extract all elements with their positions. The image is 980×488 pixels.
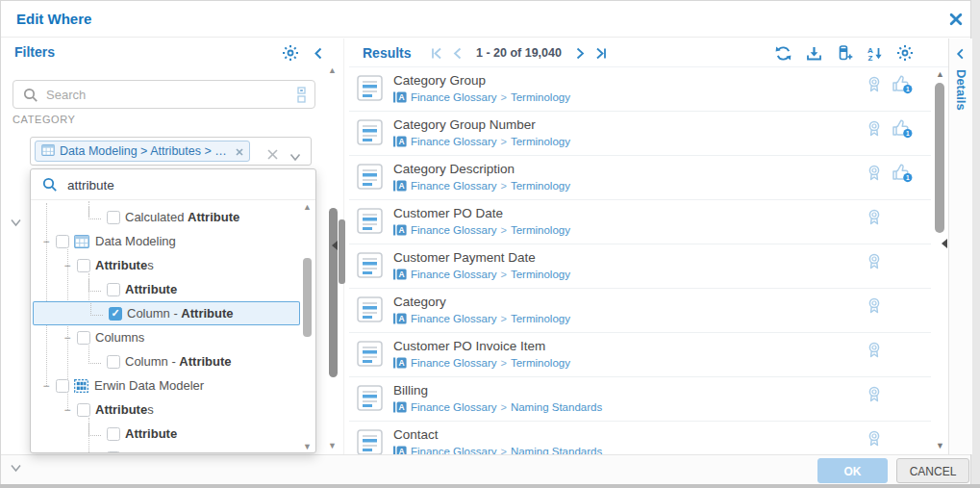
breadcrumb-link[interactable]: Finance Glossary	[411, 269, 496, 280]
likes-thumbs-up-icon[interactable]: 1	[892, 119, 914, 142]
filters-scrollbar-thumb[interactable]	[329, 208, 338, 377]
result-title[interactable]: Customer PO Date	[393, 206, 503, 220]
result-title[interactable]: Customer PO Invoice Item	[393, 339, 545, 353]
breadcrumb-link[interactable]: Finance Glossary	[411, 136, 496, 147]
remove-tag-icon[interactable]	[236, 142, 243, 160]
checkbox-checked[interactable]	[109, 307, 122, 321]
filters-search-input[interactable]	[46, 84, 277, 105]
filters-collapse-chevron-icon[interactable]	[313, 46, 325, 64]
tree-item[interactable]: Attribute	[31, 277, 300, 301]
tree-item[interactable]: Column - Attribute	[33, 301, 300, 325]
breadcrumb-link[interactable]: Naming Standards	[511, 446, 602, 454]
breadcrumb-link[interactable]: Finance Glossary	[411, 357, 496, 369]
result-title[interactable]: Category Description	[393, 162, 515, 176]
result-title[interactable]: Billing	[393, 383, 428, 398]
results-scrollbar-thumb[interactable]	[935, 83, 944, 233]
section-chevron-down-icon[interactable]	[10, 214, 22, 231]
result-title[interactable]: Customer Payment Date	[393, 250, 536, 265]
result-title[interactable]: Contact	[393, 427, 439, 442]
breadcrumb-link[interactable]: Finance Glossary	[411, 313, 496, 324]
breadcrumb-link[interactable]: Terminology	[511, 313, 570, 324]
previous-page-icon[interactable]	[452, 47, 465, 60]
collapse-left-triangle-icon[interactable]	[332, 241, 338, 250]
result-row[interactable]: Category DescriptionAFinance Glossary>Te…	[349, 156, 931, 200]
details-tab-label[interactable]: Details	[954, 69, 968, 111]
scroll-up-arrow-icon[interactable]: ▲	[303, 202, 312, 212]
checkbox-unchecked[interactable]	[107, 283, 120, 296]
tree-item[interactable]: Attributes	[31, 253, 300, 277]
ok-button[interactable]: OK	[817, 458, 888, 483]
checkbox-unchecked[interactable]	[107, 451, 120, 453]
result-row[interactable]: CategoryAFinance Glossary>Terminology	[349, 289, 931, 333]
scroll-down-arrow-icon[interactable]: ▼	[303, 442, 312, 451]
breadcrumb-link[interactable]: Finance Glossary	[411, 401, 496, 413]
result-row[interactable]: ContactAFinance Glossary>Naming Standard…	[349, 422, 931, 454]
scroll-down-arrow-icon[interactable]: ▼	[936, 441, 944, 450]
collapse-minus-icon[interactable]	[40, 235, 52, 248]
checkbox-unchecked[interactable]	[56, 235, 69, 248]
breadcrumb-link[interactable]: Terminology	[511, 180, 570, 192]
last-page-icon[interactable]	[594, 47, 607, 60]
result-row[interactable]: Category GroupAFinance Glossary>Terminol…	[349, 67, 931, 112]
dropdown-search-input[interactable]	[67, 173, 289, 196]
clear-selection-icon[interactable]	[267, 146, 278, 164]
section-chevron-down-icon[interactable]	[10, 459, 22, 476]
checkbox-unchecked[interactable]	[77, 259, 90, 272]
breadcrumb-link[interactable]: Terminology	[511, 269, 570, 280]
collapse-minus-icon[interactable]	[40, 379, 52, 393]
likes-thumbs-up-icon[interactable]: 1	[892, 75, 914, 98]
result-row[interactable]: Customer PO Invoice ItemAFinance Glossar…	[349, 333, 931, 377]
scroll-up-arrow-icon[interactable]: ▲	[328, 65, 337, 75]
likes-thumbs-up-icon[interactable]: 1	[892, 164, 914, 187]
sort-az-icon[interactable]: AZ	[867, 45, 883, 62]
download-icon[interactable]	[806, 45, 822, 62]
tree-item[interactable]: Column - Attribute	[31, 349, 300, 373]
result-row[interactable]: Customer Payment DateAFinance Glossary>T…	[349, 244, 931, 289]
panel-splitter-handle[interactable]	[339, 219, 345, 284]
breadcrumb-link[interactable]: Terminology	[511, 91, 570, 103]
breadcrumb-link[interactable]: Terminology	[511, 136, 570, 147]
breadcrumb-link[interactable]: Naming Standards	[511, 401, 602, 413]
scroll-up-arrow-icon[interactable]: ▲	[936, 69, 944, 79]
tree-item[interactable]: Data Modeling	[31, 229, 300, 253]
tree-item[interactable]: Columns	[31, 325, 300, 349]
result-row[interactable]: Category Group NumberAFinance Glossary>T…	[349, 112, 931, 156]
chevron-down-icon[interactable]	[289, 148, 301, 166]
dropdown-scrollbar-thumb[interactable]	[303, 258, 312, 337]
tree-item[interactable]: Erwin Data Modeler	[31, 373, 300, 398]
checkbox-unchecked[interactable]	[107, 211, 120, 224]
scroll-down-arrow-icon[interactable]: ▼	[328, 441, 337, 450]
cancel-button[interactable]: CANCEL	[896, 458, 969, 483]
collapse-minus-icon[interactable]	[62, 403, 73, 417]
filters-settings-gear-icon[interactable]	[282, 44, 299, 65]
result-title[interactable]: Category Group	[393, 73, 486, 88]
checkbox-unchecked[interactable]	[77, 331, 90, 345]
tree-item[interactable]: Attribute	[31, 422, 300, 446]
result-row[interactable]: Customer PO DateAFinance Glossary>Termin…	[349, 200, 931, 244]
checkbox-unchecked[interactable]	[77, 403, 90, 417]
details-expand-chevron-icon[interactable]	[955, 46, 967, 64]
gear-icon[interactable]	[896, 44, 914, 62]
breadcrumb-link[interactable]: Finance Glossary	[411, 180, 496, 192]
breadcrumb-link[interactable]: Terminology	[511, 357, 570, 369]
collapse-left-triangle-icon[interactable]	[942, 239, 947, 248]
breadcrumb-link[interactable]: Finance Glossary	[411, 224, 496, 236]
result-title[interactable]: Category Group Number	[393, 117, 536, 132]
checkbox-unchecked[interactable]	[107, 427, 120, 441]
category-select[interactable]: Data Modeling > Attributes > Column - At	[30, 137, 312, 166]
next-page-icon[interactable]	[573, 47, 586, 60]
checkbox-unchecked[interactable]	[56, 379, 69, 393]
breadcrumb-link[interactable]: Terminology	[511, 224, 570, 236]
collapse-minus-icon[interactable]	[62, 331, 73, 345]
first-page-icon[interactable]	[431, 47, 443, 60]
close-icon[interactable]	[949, 13, 965, 28]
refresh-icon[interactable]	[774, 45, 792, 62]
breadcrumb-link[interactable]: Finance Glossary	[411, 91, 496, 103]
tree-item[interactable]: Calculated Attribute	[31, 205, 300, 229]
add-column-icon[interactable]	[836, 45, 853, 62]
collapse-minus-icon[interactable]	[62, 259, 73, 272]
checkbox-unchecked[interactable]	[107, 355, 120, 369]
breadcrumb-link[interactable]: Finance Glossary	[411, 446, 496, 454]
tree-item[interactable]: Attributes	[31, 398, 300, 422]
result-title[interactable]: Category	[393, 295, 446, 309]
